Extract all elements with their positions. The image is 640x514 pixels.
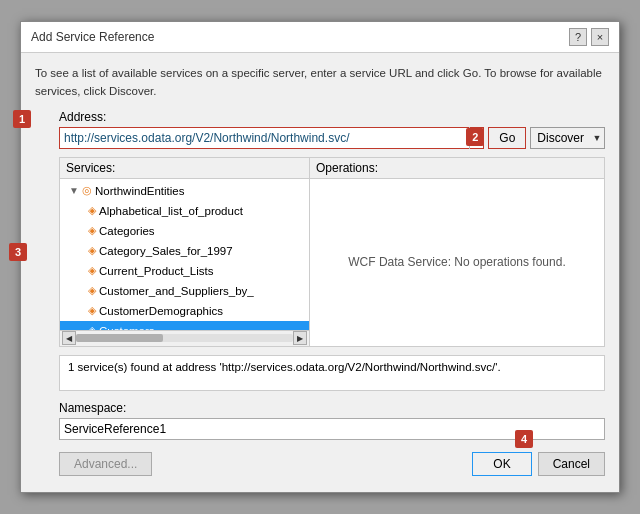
scroll-right-arrow[interactable]: ▶ [293, 331, 307, 345]
discover-button[interactable]: Discover [531, 128, 590, 148]
list-item[interactable]: ◈ Customer_and_Suppliers_by_ [60, 281, 309, 301]
operations-body: WCF Data Service: No operations found. [310, 179, 604, 346]
title-bar: Add Service Reference ? × [21, 22, 619, 53]
scroll-track[interactable] [76, 334, 293, 342]
leaf-icon-1: ◈ [88, 224, 96, 237]
list-item[interactable]: ◈ Alphabetical_list_of_product [60, 201, 309, 221]
leaf-label-1: Categories [99, 225, 155, 237]
horizontal-scrollbar[interactable]: ◀ ▶ [60, 330, 309, 346]
namespace-label: Namespace: [59, 401, 605, 415]
list-item-selected[interactable]: ◈ Customers [60, 321, 309, 330]
list-item[interactable]: ◈ Current_Product_Lists [60, 261, 309, 281]
go-button[interactable]: Go [488, 127, 526, 149]
leaf-icon-5: ◈ [88, 304, 96, 317]
close-button[interactable]: × [591, 28, 609, 46]
footer-right: 4 OK Cancel [472, 452, 605, 476]
address-label: Address: [59, 110, 605, 124]
step2-badge: 2 [466, 128, 484, 146]
tree-scroll-inner: ▼ ◎ NorthwindEntities ◈ Alphabetical_lis… [60, 181, 309, 330]
leaf-icon-4: ◈ [88, 284, 96, 297]
list-item[interactable]: ◈ Category_Sales_for_1997 [60, 241, 309, 261]
services-panel: Services: ▼ ◎ NorthwindEntities [60, 158, 310, 346]
expand-icon: ▼ [68, 185, 80, 196]
leaf-label-3: Current_Product_Lists [99, 265, 213, 277]
advanced-button[interactable]: Advanced... [59, 452, 152, 476]
root-node-icon: ◎ [82, 184, 92, 197]
address-row: ▼ 2 Go Discover ▼ [59, 127, 605, 149]
list-item[interactable]: ◈ CustomerDemographics [60, 301, 309, 321]
scroll-thumb [76, 334, 163, 342]
tree-area[interactable]: ▼ ◎ NorthwindEntities ◈ Alphabetical_lis… [60, 179, 309, 330]
discover-dropdown-arrow[interactable]: ▼ [590, 128, 604, 148]
operations-panel: Operations: WCF Data Service: No operati… [310, 158, 604, 346]
operations-header: Operations: [310, 158, 604, 179]
leaf-label-5: CustomerDemographics [99, 305, 223, 317]
dialog-description: To see a list of available services on a… [35, 65, 605, 100]
ok-button[interactable]: OK [472, 452, 531, 476]
panels: Services: ▼ ◎ NorthwindEntities [59, 157, 605, 347]
tree-root[interactable]: ▼ ◎ NorthwindEntities [60, 181, 309, 201]
dialog-title: Add Service Reference [31, 30, 154, 44]
address-input[interactable] [59, 127, 484, 149]
scroll-left-arrow[interactable]: ◀ [62, 331, 76, 345]
leaf-icon-0: ◈ [88, 204, 96, 217]
discover-button-wrap[interactable]: Discover ▼ [530, 127, 605, 149]
status-bar: 1 service(s) found at address 'http://se… [59, 355, 605, 391]
step4-badge: 4 [515, 430, 533, 448]
leaf-label-0: Alphabetical_list_of_product [99, 205, 243, 217]
leaf-label-4: Customer_and_Suppliers_by_ [99, 285, 254, 297]
dialog-footer: Advanced... 4 OK Cancel [59, 452, 605, 480]
help-button[interactable]: ? [569, 28, 587, 46]
list-item[interactable]: ◈ Categories [60, 221, 309, 241]
leaf-icon-3: ◈ [88, 264, 96, 277]
root-node-label: NorthwindEntities [95, 185, 184, 197]
title-controls: ? × [569, 28, 609, 46]
leaf-label-2: Category_Sales_for_1997 [99, 245, 233, 257]
dialog-body: To see a list of available services on a… [21, 53, 619, 492]
step1-badge: 1 [13, 110, 31, 128]
cancel-button[interactable]: Cancel [538, 452, 605, 476]
operations-empty-text: WCF Data Service: No operations found. [348, 255, 565, 269]
step3-badge: 3 [9, 243, 27, 261]
leaf-icon-2: ◈ [88, 244, 96, 257]
services-header: Services: [60, 158, 309, 179]
add-service-reference-dialog: Add Service Reference ? × To see a list … [20, 21, 620, 493]
status-text: 1 service(s) found at address 'http://se… [68, 361, 501, 373]
